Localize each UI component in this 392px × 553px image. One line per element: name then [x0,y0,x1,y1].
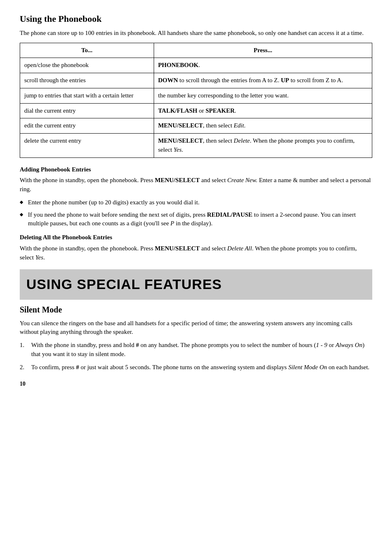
table-row: scroll through the entries DOWN to scrol… [20,73,372,88]
adding-entries-section: Adding Phonebook Entries With the phone … [20,165,372,229]
table-cell-press: DOWN to scroll through the entries from … [154,73,372,88]
table-cell-to: jump to entries that start with a certai… [20,88,154,103]
col2-header: Press... [154,43,372,58]
table-cell-press: the number key corresponding to the lett… [154,88,372,103]
table-row: delete the current entry MENU/SELECT, th… [20,134,372,158]
table-cell-press: MENU/SELECT, then select Edit. [154,118,372,134]
table-cell-to: delete the current entry [20,134,154,158]
table-row: jump to entries that start with a certai… [20,88,372,103]
col1-header: To... [20,43,154,58]
adding-entries-body: With the phone in standby, open the phon… [20,176,372,194]
list-item: 1. With the phone in standby, press and … [20,341,372,359]
table-row: edit the current entry MENU/SELECT, then… [20,118,372,134]
list-item: 2. To confirm, press # or just wait abou… [20,363,372,372]
table-cell-to: scroll through the entries [20,73,154,88]
table-cell-press: MENU/SELECT, then select Delete. When th… [154,134,372,158]
adding-entries-heading: Adding Phonebook Entries [20,165,372,174]
special-features-banner: USING SPECIAL FEATURES [20,269,372,299]
silent-mode-steps: 1. With the phone in standby, press and … [20,341,372,372]
phonebook-intro: The phone can store up to 100 entries in… [20,29,372,38]
deleting-all-section: Deleting All the Phonebook Entries With … [20,233,372,262]
table-cell-press: PHONEBOOK. [154,58,372,73]
table-cell-to: open/close the phonebook [20,58,154,73]
deleting-all-heading: Deleting All the Phonebook Entries [20,233,372,242]
silent-mode-intro: You can silence the ringers on the base … [20,319,372,337]
list-item: If you need the phone to wait before sen… [20,211,372,229]
page-number: 10 [20,380,372,388]
adding-entries-bullets: Enter the phone number (up to 20 digits)… [20,198,372,228]
silent-mode-section: Silent Mode You can silence the ringers … [20,304,372,372]
phonebook-table: To... Press... open/close the phonebook … [20,43,372,158]
table-row: dial the current entry TALK/FLASH or SPE… [20,103,372,118]
special-features-title: USING SPECIAL FEATURES [26,274,366,294]
table-cell-to: edit the current entry [20,118,154,134]
phonebook-title: Using the Phonebook [20,12,372,25]
table-row: open/close the phonebook PHONEBOOK. [20,58,372,73]
silent-mode-title: Silent Mode [20,304,372,316]
list-item: Enter the phone number (up to 20 digits)… [20,198,372,207]
deleting-all-body: With the phone in standby, open the phon… [20,244,372,262]
table-cell-to: dial the current entry [20,103,154,118]
phonebook-section: Using the Phonebook The phone can store … [20,12,372,262]
table-cell-press: TALK/FLASH or SPEAKER. [154,103,372,118]
